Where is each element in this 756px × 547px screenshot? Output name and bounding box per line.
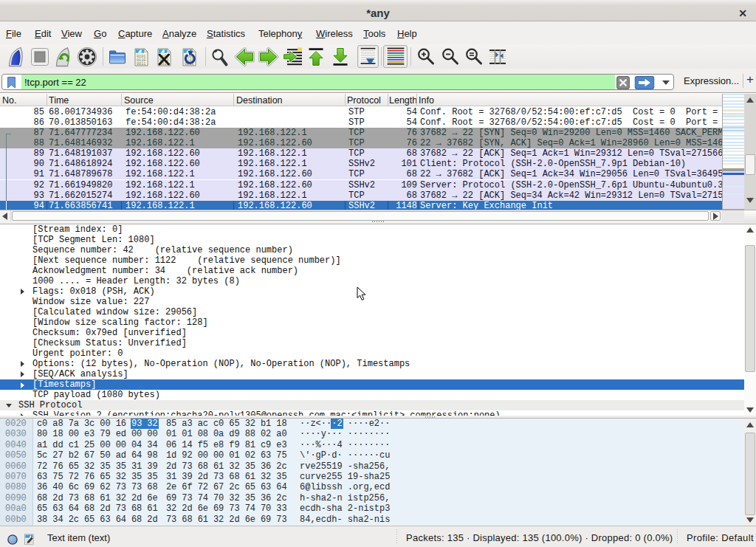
svg-text:0011: 0011 [137,62,145,66]
